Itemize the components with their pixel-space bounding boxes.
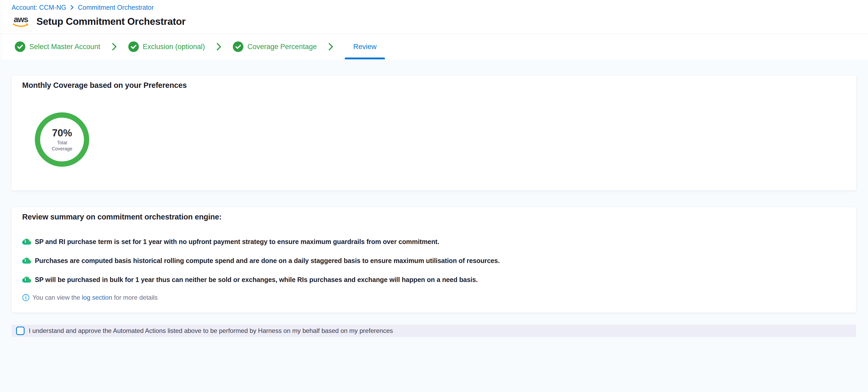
chevron-right-icon [112,41,117,53]
donut-percent-value: 70% [52,127,72,138]
cloud-dollar-icon: $ [22,237,31,246]
step-label: Exclusion (optional) [143,43,205,51]
chevron-right-icon [328,41,334,53]
cloud-dollar-icon: $ [22,256,31,265]
summary-bullet: $ SP will be purchased in bulk for 1 yea… [22,275,500,284]
page-title: Setup Commitment Orchestrator [36,16,186,27]
monthly-coverage-card: Monthly Coverage based on your Preferenc… [11,76,856,191]
breadcrumb-chevron-icon [70,4,74,10]
summary-card-title: Review summary on commitment orchestrati… [22,212,221,222]
step-label: Review [353,43,377,51]
info-icon [22,294,30,301]
summary-bullet-text: Purchases are computed basis historical … [35,257,500,265]
approval-bar: I understand and approve the Automated A… [11,325,856,337]
svg-text:$: $ [24,259,26,262]
chevron-right-icon [216,41,222,53]
step-review[interactable]: Review [345,34,385,59]
step-select-master-account[interactable]: Select Master Account [15,34,100,59]
aws-logo-icon: aws [12,16,30,27]
cloud-dollar-icon: $ [22,275,31,284]
svg-text:$: $ [24,240,26,243]
check-icon [15,41,25,52]
breadcrumb-account-link[interactable]: Account: CCM-NG [11,3,66,11]
summary-bullet: $ Purchases are computed basis historica… [22,256,500,265]
wizard-step-bar: Select Master Account Exclusion (optiona… [0,34,868,59]
step-label: Select Master Account [29,43,100,51]
svg-text:$: $ [24,278,26,282]
step-exclusion[interactable]: Exclusion (optional) [128,34,205,59]
step-label: Coverage Percentage [247,43,317,51]
log-section-link[interactable]: log section [82,294,112,301]
log-info-row: You can view the log section for more de… [22,293,158,302]
donut-caption: Total Coverage [47,140,78,152]
check-icon [233,41,243,52]
approval-label: I understand and approve the Automated A… [29,327,393,334]
approval-checkbox[interactable] [16,327,25,335]
summary-bullet-text: SP and RI purchase term is set for 1 yea… [35,238,439,246]
page-header: Account: CCM-NG Commitment Orchestrator … [0,0,868,34]
summary-bullet: $ SP and RI purchase term is set for 1 y… [22,237,500,247]
breadcrumb-page-link[interactable]: Commitment Orchestrator [78,3,154,11]
breadcrumb: Account: CCM-NG Commitment Orchestrator [11,3,154,11]
review-summary-card: Review summary on commitment orchestrati… [11,207,856,313]
step-coverage-percentage[interactable]: Coverage Percentage [233,34,317,59]
total-coverage-donut: 70% Total Coverage [35,112,89,167]
check-icon [128,41,139,52]
log-info-prefix: You can view the [32,294,80,301]
nav-edge-divider [1,0,1,59]
coverage-card-title: Monthly Coverage based on your Preferenc… [22,80,187,90]
log-info-suffix: for more details [114,294,158,301]
summary-bullet-text: SP will be purchased in bulk for 1 year … [35,276,478,284]
